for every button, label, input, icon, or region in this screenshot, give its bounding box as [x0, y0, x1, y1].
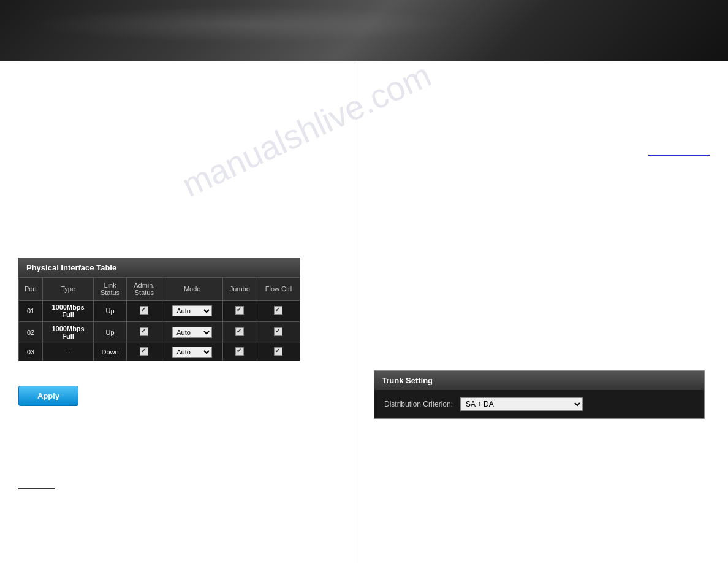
apply-button[interactable]: Apply: [18, 386, 78, 406]
port-02: 02: [19, 322, 43, 343]
mode-02: Auto: [162, 322, 222, 343]
flow-ctrl-01: [257, 301, 300, 322]
table-row: 02 1000MbpsFull Up Auto: [19, 322, 300, 343]
jumbo-02: [222, 322, 257, 343]
distribution-criterion-label: Distribution Criterion:: [384, 400, 453, 408]
admin-status-03: [126, 343, 162, 361]
mode-select-03[interactable]: Auto: [172, 347, 212, 358]
link-status-02: Up: [94, 322, 127, 343]
mode-select-02[interactable]: Auto: [172, 327, 212, 338]
admin-status-checkbox-02[interactable]: [140, 327, 148, 336]
mode-01: Auto: [162, 301, 222, 322]
table-header-row: Port Type LinkStatus Admin.Status Mode J…: [19, 278, 300, 301]
type-02: 1000MbpsFull: [43, 322, 94, 343]
admin-status-checkbox-03[interactable]: [140, 347, 148, 356]
flow-ctrl-checkbox-02[interactable]: [274, 327, 282, 336]
col-port: Port: [19, 278, 43, 301]
right-link-area: _______________: [374, 147, 716, 156]
flow-ctrl-checkbox-01[interactable]: [274, 306, 282, 315]
admin-status-checkbox-01[interactable]: [140, 306, 148, 315]
mode-select-01[interactable]: Auto: [172, 305, 212, 316]
trunk-setting-box: Trunk Setting Distribution Criterion: SA…: [374, 370, 705, 419]
apply-button-container: Apply: [18, 373, 343, 406]
main-content: manualshlive.com Physical Interface Tabl…: [0, 61, 728, 563]
col-admin-status: Admin.Status: [126, 278, 162, 301]
port-03: 03: [19, 343, 43, 361]
col-jumbo: Jumbo: [222, 278, 257, 301]
flow-ctrl-03: [257, 343, 300, 361]
port-01: 01: [19, 301, 43, 322]
admin-status-02: [126, 322, 162, 343]
col-link-status: LinkStatus: [94, 278, 127, 301]
mode-03: Auto: [162, 343, 222, 361]
col-mode: Mode: [162, 278, 222, 301]
table-title: Physical Interface Table: [18, 258, 300, 277]
trunk-setting-title: Trunk Setting: [374, 371, 704, 390]
link-status-01: Up: [94, 301, 127, 322]
physical-interface-table-container: Physical Interface Table Port Type LinkS…: [18, 258, 300, 361]
distribution-criterion-select[interactable]: SA DA SA + DA SA XOR DA: [460, 397, 583, 411]
type-01: 1000MbpsFull: [43, 301, 94, 322]
type-03: --: [43, 343, 94, 361]
flow-ctrl-02: [257, 322, 300, 343]
link-status-03: Down: [94, 343, 127, 361]
admin-status-01: [126, 301, 162, 322]
header-banner: [0, 0, 728, 61]
bottom-decorative-line: [18, 488, 55, 489]
right-panel: _______________ Trunk Setting Distributi…: [355, 61, 728, 563]
jumbo-03: [222, 343, 257, 361]
physical-interface-table: Port Type LinkStatus Admin.Status Mode J…: [18, 277, 300, 361]
flow-ctrl-checkbox-03[interactable]: [274, 347, 282, 356]
left-panel: Physical Interface Table Port Type LinkS…: [0, 61, 355, 563]
col-flow-ctrl: Flow Ctrl: [257, 278, 300, 301]
jumbo-01: [222, 301, 257, 322]
jumbo-checkbox-02[interactable]: [235, 327, 244, 336]
col-type: Type: [43, 278, 94, 301]
table-row: 01 1000MbpsFull Up Auto: [19, 301, 300, 322]
top-right-link[interactable]: _______________: [648, 147, 710, 156]
jumbo-checkbox-01[interactable]: [235, 306, 244, 315]
table-row: 03 -- Down Auto: [19, 343, 300, 361]
jumbo-checkbox-03[interactable]: [235, 347, 244, 356]
trunk-setting-body: Distribution Criterion: SA DA SA + DA SA…: [374, 390, 704, 418]
